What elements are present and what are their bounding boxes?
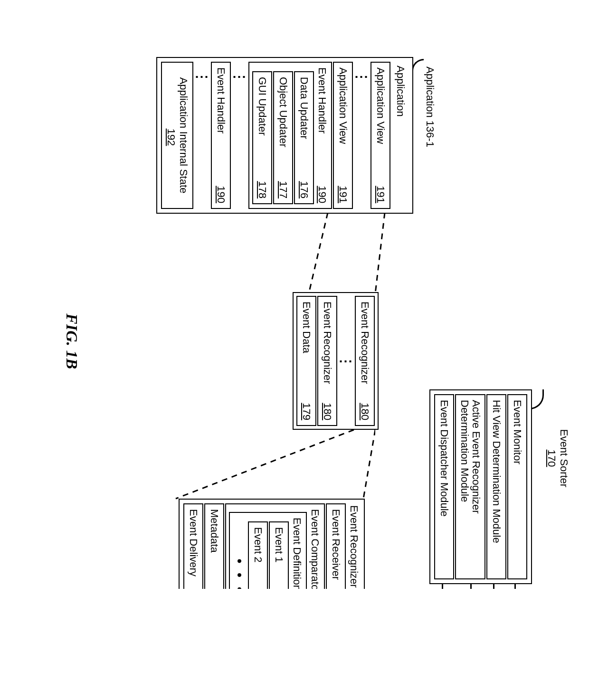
svg-line-2	[363, 430, 375, 499]
active-recognizer-row: Active Event Recognizer Determination Mo…	[455, 394, 485, 579]
event-dispatcher-row: Event Dispatcher Module	[434, 394, 454, 579]
event-monitor-row: Event Monitor	[507, 394, 527, 579]
middle-box: Event Recognizer 180 ⋮ Event Recognizer …	[293, 292, 379, 430]
ellipsis-icon: ⋮	[232, 61, 247, 210]
app-view-1: Application View 191	[370, 62, 390, 209]
application-box: Application Application View 191 ⋮ Appli…	[156, 57, 413, 214]
ellipsis-icon: • • •	[232, 516, 247, 589]
object-updater-row: Object Updater 177	[273, 71, 293, 204]
event-handler-box: Event Handler 190 Data Updater 176 Objec…	[248, 62, 332, 209]
event-receiver-row: Event Receiver 182	[326, 503, 346, 589]
metadata-row: Metadata 183	[204, 503, 224, 589]
svg-line-1	[309, 213, 328, 293]
event-delivery-row: Event Delivery 188	[183, 503, 203, 589]
ellipsis-icon: ⋮	[354, 61, 370, 210]
figure-label: FIG. 1B	[63, 313, 81, 369]
application-title: Application 136-1	[424, 66, 436, 147]
event-recognizer-row-1: Event Recognizer 180	[355, 296, 375, 426]
hit-view-row: Hit View Determination Module	[486, 394, 506, 579]
ellipsis-icon: ⋮	[338, 295, 354, 427]
event-sorter-title: Event Sorter 170	[545, 420, 570, 496]
svg-line-3	[176, 430, 354, 499]
event-sorter-box: Event Monitor Hit View Determination Mod…	[429, 389, 532, 584]
event-comparator-box: Event Comparator 184 Event Definitions 1…	[225, 503, 325, 589]
event-definitions-box: Event Definitions 186 Event 1 187-1 Even…	[229, 512, 307, 589]
event-1-row: Event 1 187-1	[269, 521, 289, 589]
svg-line-0	[375, 213, 385, 293]
application-header: Application	[391, 61, 409, 210]
internal-state-row: Application Internal State 192	[161, 62, 193, 209]
event-2-row: Event 2 187-2	[248, 521, 268, 589]
event-data-row: Event Data 179	[296, 296, 316, 426]
event-recognizer-row-2: Event Recognizer 180	[317, 296, 337, 426]
recognizer-detail-box: Event Recognizer 180 Event Receiver 182 …	[179, 499, 365, 589]
gui-updater-row: GUI Updater 178	[252, 71, 272, 204]
app-view-2: Application View 191	[333, 62, 353, 209]
data-updater-row: Data Updater 176	[294, 71, 314, 204]
event-handler-row-2: Event Handler 190	[211, 62, 231, 209]
ellipsis-icon: ⋮	[194, 61, 210, 210]
